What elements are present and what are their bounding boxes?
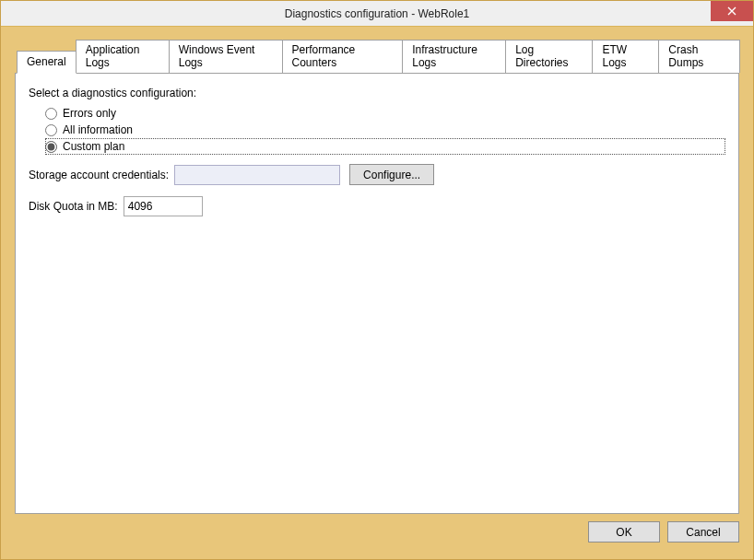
tab-panel-general: Select a diagnostics configuration: Erro… [15, 73, 739, 514]
tab-performance-counters[interactable]: Performance Counters [282, 40, 404, 73]
radio-label-custom-plan: Custom plan [63, 140, 124, 153]
close-icon [727, 6, 736, 16]
tab-etw-logs[interactable]: ETW Logs [592, 40, 659, 73]
radio-row-all-information[interactable]: All information [45, 122, 725, 138]
storage-credentials-row: Storage account credentials: Configure..… [29, 164, 725, 185]
radio-label-all-information: All information [63, 123, 133, 136]
window-title: Diagnostics configuration - WebRole1 [285, 7, 470, 20]
dialog-button-bar: OK Cancel [15, 514, 739, 542]
dialog-body: General Application Logs Windows Event L… [15, 38, 739, 542]
dialog-window: Diagnostics configuration - WebRole1 Gen… [0, 0, 754, 560]
radio-row-custom-plan[interactable]: Custom plan [45, 138, 725, 155]
diagnostics-config-label: Select a diagnostics configuration: [29, 87, 725, 99]
storage-credentials-label: Storage account credentials: [29, 169, 169, 181]
diagnostics-config-radio-group: Errors only All information Custom plan [45, 105, 725, 155]
tab-windows-event-logs[interactable]: Windows Event Logs [169, 40, 283, 73]
tabstrip: General Application Logs Windows Event L… [15, 38, 739, 73]
tab-crash-dumps[interactable]: Crash Dumps [658, 40, 740, 73]
ok-button[interactable]: OK [588, 521, 660, 542]
radio-custom-plan[interactable] [45, 141, 57, 153]
radio-errors-only[interactable] [45, 108, 57, 120]
tab-general[interactable]: General [17, 51, 77, 74]
configure-button[interactable]: Configure... [349, 164, 434, 185]
radio-all-information[interactable] [45, 124, 57, 136]
tab-log-directories[interactable]: Log Directories [505, 40, 593, 73]
disk-quota-input[interactable] [124, 196, 203, 216]
disk-quota-row: Disk Quota in MB: [29, 196, 725, 216]
close-button[interactable] [711, 1, 753, 21]
radio-row-errors-only[interactable]: Errors only [45, 105, 725, 122]
cancel-button[interactable]: Cancel [667, 521, 739, 542]
disk-quota-label: Disk Quota in MB: [29, 200, 118, 213]
tab-application-logs[interactable]: Application Logs [76, 40, 170, 73]
storage-credentials-input[interactable] [174, 165, 340, 185]
titlebar: Diagnostics configuration - WebRole1 [1, 1, 753, 27]
radio-label-errors-only: Errors only [63, 107, 116, 120]
tab-infrastructure-logs[interactable]: Infrastructure Logs [402, 40, 506, 73]
